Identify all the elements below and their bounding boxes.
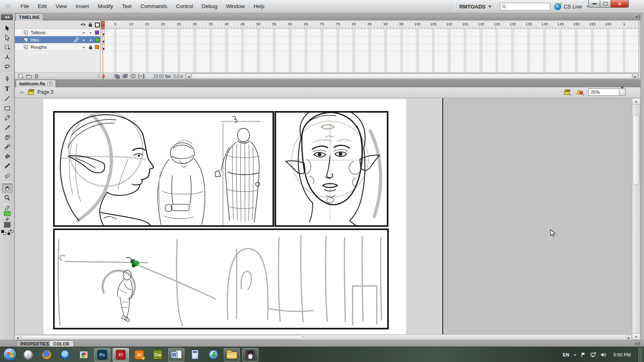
pasteboard[interactable] (443, 98, 632, 340)
rectangle-tool[interactable] (2, 103, 12, 113)
close-document-icon[interactable]: ✕ (47, 81, 52, 86)
menu-help[interactable]: Help (249, 0, 269, 13)
layer-row[interactable]: Roughs (15, 43, 100, 51)
edit-scene-button[interactable] (564, 88, 572, 96)
zoom-dropdown-button[interactable] (619, 89, 625, 95)
menu-debug[interactable]: Debug (197, 0, 221, 13)
taskbar-dreamweaver-icon[interactable]: Dw (150, 348, 166, 362)
onion-skin-outlines-button[interactable] (130, 74, 136, 79)
paint-bucket-tool[interactable] (2, 152, 12, 161)
frame-ruler[interactable]: 5101520253035404550556065707580859095100… (101, 21, 638, 29)
menu-insert[interactable]: Insert (71, 0, 93, 13)
lock-all-icon[interactable] (88, 22, 93, 27)
outline-all-icon[interactable] (95, 23, 100, 27)
scroll-thumb[interactable] (192, 74, 632, 79)
show-hidden-icons-button[interactable]: ▲ (573, 353, 576, 356)
keyframe-frame-1[interactable] (101, 37, 105, 43)
brush-tool[interactable] (2, 123, 12, 132)
layer-lock-icon[interactable] (88, 45, 93, 50)
stage-vertical-scrollbar[interactable]: ▲ ▼ (632, 98, 640, 340)
bone-tool[interactable] (2, 142, 12, 152)
menu-view[interactable]: View (51, 0, 71, 13)
line-tool[interactable] (2, 94, 12, 103)
menu-modify[interactable]: Modify (93, 0, 118, 13)
volume-icon[interactable] (601, 352, 607, 358)
new-layer-button[interactable] (18, 73, 24, 79)
action-center-flag-icon[interactable] (580, 352, 586, 358)
scroll-left-button[interactable]: ◀ (186, 74, 191, 79)
taskbar-firefox-icon[interactable] (39, 348, 55, 362)
layer-row[interactable]: Tattoos (15, 29, 100, 36)
search-input[interactable] (508, 4, 548, 10)
back-arrow-icon[interactable] (19, 90, 25, 95)
layer-visibility-dot[interactable] (83, 32, 85, 34)
taskbar-air-installer-icon[interactable]: Ai (131, 348, 147, 362)
scene-name[interactable]: Page 3 (37, 89, 54, 95)
network-icon[interactable] (590, 352, 597, 358)
selection-tool[interactable] (2, 23, 12, 33)
fill-color-swatch[interactable] (4, 222, 10, 228)
center-frame-button[interactable] (114, 74, 120, 79)
delete-layer-button[interactable] (34, 73, 39, 79)
timeline-tab[interactable]: TIMELINE (16, 13, 43, 21)
menu-text[interactable]: Text (118, 0, 136, 13)
taskbar-flash-icon[interactable]: Fl (113, 348, 129, 362)
search-box[interactable] (500, 3, 550, 10)
minimize-button[interactable] (588, 0, 600, 8)
scroll-thumb[interactable] (21, 335, 303, 339)
layer-color-swatch[interactable] (95, 38, 99, 42)
layer-visibility-dot[interactable] (83, 39, 85, 41)
scroll-thumb[interactable] (633, 115, 640, 185)
text-tool[interactable]: T (2, 84, 12, 94)
stroke-color-swatch[interactable] (4, 211, 10, 216)
hand-tool[interactable] (2, 183, 12, 193)
scroll-right-button[interactable]: ▶ (626, 335, 632, 339)
collapse-dock-button[interactable]: ◀◀ (1, 14, 13, 20)
lasso-tool[interactable] (2, 62, 12, 72)
layer-lock-dot[interactable] (90, 32, 91, 34)
layer-lock-dot[interactable] (90, 39, 91, 41)
taskbar-start-button[interactable] (2, 348, 18, 362)
black-white-button[interactable] (1, 230, 6, 235)
menu-commands[interactable]: Commands (136, 0, 171, 13)
swap-colors-button[interactable] (8, 230, 13, 235)
taskbar-pidgin-icon[interactable] (242, 348, 258, 362)
new-folder-button[interactable] (26, 73, 32, 79)
elapsed-time[interactable]: 0.0s (173, 74, 183, 78)
fps-value[interactable]: 24.00 (153, 74, 164, 79)
show-desktop-button[interactable] (637, 347, 642, 362)
taskbar-thunderbird-icon[interactable] (57, 348, 73, 362)
menu-window[interactable]: Window (222, 0, 249, 13)
deco-tool[interactable] (2, 132, 12, 142)
keyframe-frame-1[interactable] (101, 29, 105, 36)
keyframe-frame-1[interactable] (101, 44, 105, 50)
elapsed-value[interactable]: 0.0 (173, 74, 180, 79)
current-frame-value[interactable]: 1 (143, 74, 145, 79)
pen-tool[interactable] (2, 74, 12, 84)
edit-symbols-button[interactable] (576, 88, 584, 96)
scroll-down-button[interactable]: ▼ (632, 333, 640, 339)
taskbar-music-player-icon[interactable]: ♪ (20, 348, 36, 362)
menu-control[interactable]: Control (171, 0, 197, 13)
layer-visibility-dot[interactable] (83, 47, 85, 48)
taskbar-media-player-icon[interactable] (76, 348, 92, 362)
layer-color-swatch[interactable] (95, 31, 99, 35)
eyedropper-tool[interactable] (2, 161, 12, 171)
layer-color-swatch[interactable] (95, 45, 99, 49)
frame-pane[interactable]: 5101520253035404550556065707580859095100… (101, 21, 638, 72)
layer-row[interactable]: Inks (15, 36, 100, 43)
menu-edit[interactable]: Edit (33, 0, 51, 13)
free-transform-tool[interactable] (2, 43, 12, 52)
taskbar-explorer-icon[interactable] (224, 348, 240, 362)
show-hide-all-icon[interactable] (80, 22, 86, 27)
cs-live-button[interactable]: CS Live (554, 3, 582, 10)
workspace-switcher[interactable]: RMTOADS (459, 4, 491, 10)
tab-properties[interactable]: PROPERTIES (16, 340, 54, 347)
zoom-tool[interactable] (2, 193, 12, 203)
onion-skin-button[interactable] (122, 74, 128, 79)
timeline-horizontal-scrollbar[interactable]: ◀ ▶ (186, 73, 638, 79)
taskbar-word-icon[interactable]: W (168, 348, 184, 362)
scroll-left-button[interactable]: ◀ (15, 335, 20, 339)
taskbar-calculator-icon[interactable] (187, 348, 203, 362)
restore-button[interactable] (600, 0, 611, 8)
